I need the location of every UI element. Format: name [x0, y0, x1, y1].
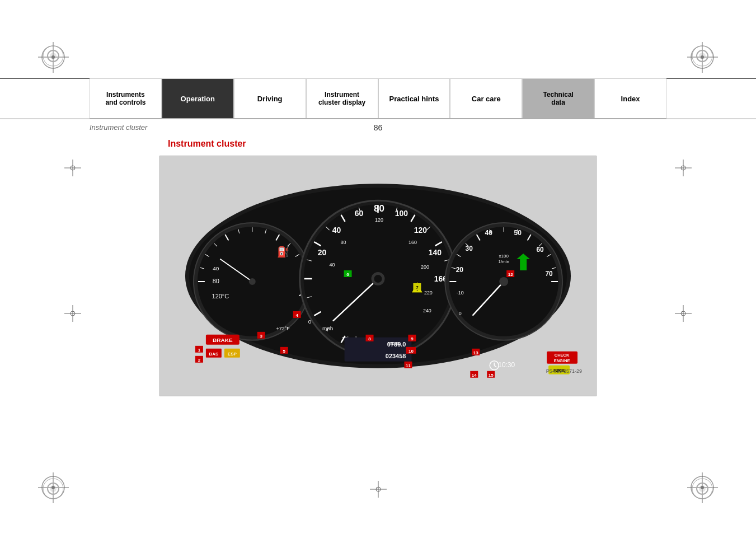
svg-point-167	[50, 53, 57, 59]
page-info: Instrument cluster 86	[90, 123, 666, 132]
nav-item-instrument-cluster-display[interactable]: Instrument cluster display	[306, 78, 378, 119]
svg-text:20: 20	[318, 248, 327, 257]
svg-text:70: 70	[545, 270, 553, 278]
crosshair-left-2	[64, 305, 81, 322]
nav-line-bottom	[0, 119, 756, 119]
svg-text:x100: x100	[499, 254, 509, 259]
svg-text:1: 1	[198, 348, 201, 353]
svg-text:8: 8	[368, 336, 371, 341]
svg-text:10: 10	[408, 349, 414, 354]
svg-text:MILES: MILES	[388, 341, 400, 345]
svg-text:023458: 023458	[386, 353, 406, 359]
svg-text:40: 40	[485, 229, 493, 237]
svg-text:4: 4	[295, 313, 298, 318]
svg-text:30: 30	[466, 245, 473, 252]
cluster-svg: 40 80 120°C ⛽ 1/1 1/2 0 BRAKE BAS ESP 1	[160, 156, 596, 396]
breadcrumb: Instrument cluster	[90, 123, 147, 132]
nav-item-index[interactable]: Index	[594, 78, 666, 119]
nav-item-driving[interactable]: Driving	[234, 78, 306, 119]
crosshair-right-1	[675, 160, 692, 176]
svg-text:50: 50	[514, 229, 522, 237]
svg-text:80: 80	[374, 203, 384, 214]
svg-text:P54.30-3571-29: P54.30-3571-29	[546, 368, 582, 374]
nav-item-technical-data[interactable]: Technical data	[522, 78, 594, 119]
gear-icon-br	[690, 476, 715, 502]
svg-text:9: 9	[411, 336, 414, 341]
svg-text:⛽: ⛽	[277, 246, 290, 258]
svg-text:CHECK: CHECK	[555, 353, 570, 358]
navigation-bar: Instruments and controls Operation Drivi…	[90, 78, 666, 119]
nav-item-instruments[interactable]: Instruments and controls	[90, 78, 162, 119]
section-title: Instrument cluster	[168, 139, 246, 149]
svg-text:80: 80	[341, 240, 346, 245]
svg-text:+72°F: +72°F	[276, 326, 290, 331]
svg-text:1/min: 1/min	[498, 259, 509, 264]
svg-text:5: 5	[283, 349, 285, 354]
svg-text:220: 220	[424, 290, 433, 296]
page-number: 86	[374, 123, 383, 132]
svg-text:6: 6	[346, 272, 349, 277]
svg-text:10:30: 10:30	[498, 361, 515, 369]
svg-text:12: 12	[508, 272, 513, 277]
svg-text:0: 0	[459, 311, 462, 316]
crosshair-right-2	[675, 305, 692, 322]
svg-text:BRAKE: BRAKE	[213, 337, 233, 343]
svg-text:100: 100	[395, 209, 408, 218]
svg-point-129	[499, 277, 508, 286]
svg-text:13: 13	[473, 350, 478, 355]
nav-item-car-care[interactable]: Car care	[450, 78, 522, 119]
svg-point-83	[374, 275, 382, 283]
cluster-container: 40 80 120°C ⛽ 1/1 1/2 0 BRAKE BAS ESP 1	[159, 156, 597, 396]
crosshair-bottom-center	[370, 481, 387, 498]
svg-point-173	[50, 485, 57, 492]
svg-point-176	[699, 485, 706, 492]
gear-icon-tr	[690, 44, 715, 69]
svg-text:ESP: ESP	[228, 352, 237, 357]
svg-text:mph: mph	[322, 325, 333, 331]
gear-icon-bl	[41, 476, 66, 502]
gear-icon-tl	[41, 44, 66, 69]
svg-text:60: 60	[536, 246, 544, 254]
svg-text:ENGINE: ENGINE	[554, 358, 570, 363]
svg-point-22	[249, 278, 256, 285]
svg-text:240: 240	[423, 308, 431, 313]
svg-text:120°C: 120°C	[212, 293, 229, 299]
svg-text:60: 60	[355, 209, 364, 218]
svg-text:80: 80	[213, 278, 219, 284]
svg-point-170	[699, 53, 706, 59]
crosshair-left-1	[64, 160, 81, 176]
svg-text:15: 15	[489, 373, 494, 378]
svg-text:200: 200	[421, 264, 429, 270]
svg-text:40: 40	[332, 226, 341, 235]
svg-text:BAS: BAS	[209, 352, 218, 357]
nav-item-practical-hints[interactable]: Practical hints	[378, 78, 450, 119]
svg-text:120: 120	[414, 226, 428, 235]
svg-text:3: 3	[260, 334, 263, 339]
svg-text:140: 140	[429, 248, 442, 257]
svg-text:11: 11	[406, 363, 411, 368]
svg-text:160: 160	[408, 240, 417, 245]
svg-text:40: 40	[330, 262, 335, 268]
svg-text:2: 2	[198, 358, 201, 363]
svg-text:40: 40	[213, 265, 219, 271]
svg-text:14: 14	[472, 373, 477, 378]
svg-text:7: 7	[416, 285, 419, 290]
svg-text:-10: -10	[457, 290, 464, 296]
svg-text:120: 120	[375, 217, 383, 223]
svg-text:20: 20	[456, 266, 464, 274]
nav-item-operation[interactable]: Operation	[162, 78, 234, 119]
